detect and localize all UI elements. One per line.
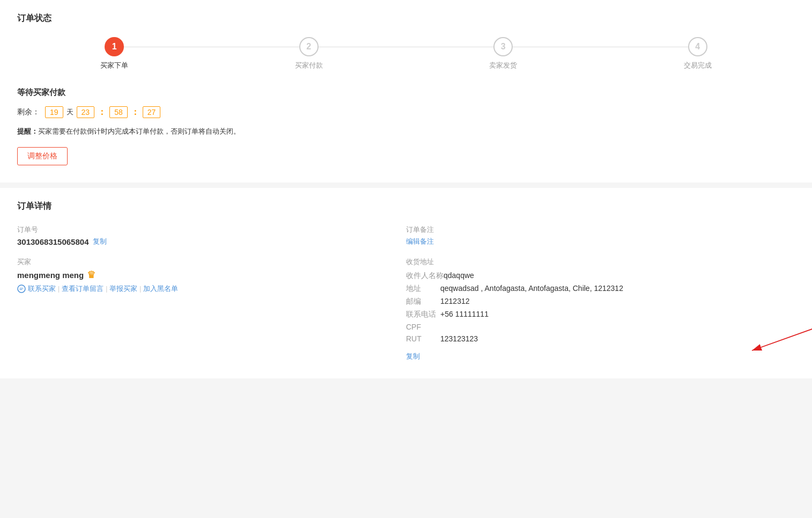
recipient-val: qdaqqwe	[444, 271, 474, 281]
address-key: 地址	[406, 284, 440, 294]
cpf-row: CPF	[406, 323, 795, 331]
notes-group: 订单备注 编辑备注	[406, 225, 795, 246]
buyer-label: 买家	[17, 257, 406, 267]
svg-point-0	[18, 285, 25, 293]
buyer-actions: 联系买家 | 查看订单留言 | 举报买家 | 加入黑名单	[17, 284, 406, 294]
rut-key: RUT	[406, 334, 440, 343]
detail-right: 订单备注 编辑备注 收货地址 收件人名称 qdaqqwe 地址 qeqwadsa…	[406, 225, 795, 361]
countdown-seconds: 27	[143, 106, 161, 118]
blacklist-link[interactable]: 加入黑名单	[143, 284, 178, 294]
countdown-sep2: ：	[131, 107, 139, 118]
step-label-3: 卖家发货	[489, 61, 517, 70]
countdown-row: 剩余： 19 天 23 ： 58 ： 27	[17, 106, 795, 118]
buyer-group: 买家 mengmeng meng ♛ 联系买家 | 查看订单留言 |	[17, 257, 406, 294]
reminder-text: 提醒：买家需要在付款倒计时内完成本订单付款，否则订单将自动关闭。	[17, 127, 795, 136]
cpf-key: CPF	[406, 323, 440, 331]
recipient-key: 收件人名称	[406, 271, 444, 281]
section2-title: 订单详情	[17, 201, 795, 212]
chat-icon	[17, 284, 26, 293]
order-status-section: 订单状态 1 买家下单 2 买家付款 3 卖家发货	[0, 0, 812, 183]
step-label-2: 买家付款	[295, 61, 323, 70]
postcode-row: 邮编 1212312	[406, 297, 795, 307]
section1-title: 订单状态	[17, 13, 795, 24]
shipping-label: 收货地址	[406, 257, 795, 267]
countdown-hours: 23	[77, 106, 95, 118]
crown-icon: ♛	[87, 269, 95, 281]
detail-left: 订单号 3013068315065804 复制 买家 mengmeng meng…	[17, 225, 406, 361]
step-circle-2: 2	[299, 37, 319, 56]
order-number-value-row: 3013068315065804 复制	[17, 237, 406, 246]
report-buyer-link[interactable]: 举报买家	[109, 284, 137, 294]
buyer-name: mengmeng meng	[17, 271, 84, 280]
rut-val: 123123123	[440, 334, 478, 343]
reminder-prefix: 提醒：	[17, 127, 38, 135]
address-val: qeqwadsad , Antofagasta, Antofagasta, Ch…	[440, 284, 623, 294]
adjust-price-button[interactable]: 调整价格	[17, 147, 68, 165]
remaining-label: 剩余：	[17, 107, 40, 117]
countdown-days: 19	[45, 106, 63, 118]
step-item-4: 4 交易完成	[601, 37, 795, 70]
step-label-1: 买家下单	[100, 61, 128, 70]
sep3: |	[139, 285, 141, 293]
address-section: 收货地址 收件人名称 qdaqqwe 地址 qeqwadsad , Antofa…	[406, 257, 795, 361]
order-number-label: 订单号	[17, 225, 406, 235]
step-item-2: 2 买家付款	[212, 37, 407, 70]
sep2: |	[106, 285, 107, 293]
view-messages-link[interactable]: 查看订单留言	[62, 284, 104, 294]
days-unit: 天	[67, 107, 73, 117]
waiting-status-heading: 等待买家付款	[17, 87, 795, 98]
rut-section: RUT 123123123	[406, 334, 795, 346]
order-number-group: 订单号 3013068315065804 复制	[17, 225, 406, 246]
postcode-val: 1212312	[440, 297, 470, 307]
rut-row: RUT 123123123	[406, 334, 795, 343]
recipient-row: 收件人名称 qdaqqwe	[406, 271, 795, 281]
step-item-1: 1 买家下单	[17, 37, 212, 70]
phone-row: 联系电话 +56 11111111	[406, 310, 795, 319]
phone-key: 联系电话	[406, 310, 440, 319]
order-detail-section: 订单详情 订单号 3013068315065804 复制 买家 mengmeng…	[0, 188, 812, 378]
step-item-3: 3 卖家发货	[406, 37, 601, 70]
step-label-4: 交易完成	[684, 61, 712, 70]
postcode-key: 邮编	[406, 297, 440, 307]
order-detail-grid: 订单号 3013068315065804 复制 买家 mengmeng meng…	[17, 225, 795, 361]
reminder-content: 买家需要在付款倒计时内完成本订单付款，否则订单将自动关闭。	[38, 127, 240, 135]
sep1: |	[58, 285, 60, 293]
countdown-minutes: 58	[109, 106, 128, 118]
copy-address-link[interactable]: 复制	[406, 352, 420, 360]
contact-buyer-link[interactable]: 联系买家	[28, 284, 56, 294]
address-row: 地址 qeqwadsad , Antofagasta, Antofagasta,…	[406, 284, 795, 294]
order-number: 3013068315065804	[17, 237, 88, 246]
countdown-sep1: ：	[98, 107, 106, 118]
buyer-name-row: mengmeng meng ♛	[17, 269, 406, 281]
step-circle-3: 3	[493, 37, 513, 56]
order-stepper: 1 买家下单 2 买家付款 3 卖家发货 4 交易完成	[17, 37, 795, 70]
edit-notes-link[interactable]: 编辑备注	[406, 237, 434, 245]
step-circle-1: 1	[105, 37, 124, 56]
step-circle-4: 4	[688, 37, 707, 56]
copy-order-number-link[interactable]: 复制	[93, 237, 107, 246]
copy-address-row: 复制	[406, 352, 795, 361]
phone-val: +56 11111111	[440, 310, 489, 319]
notes-label: 订单备注	[406, 225, 795, 235]
